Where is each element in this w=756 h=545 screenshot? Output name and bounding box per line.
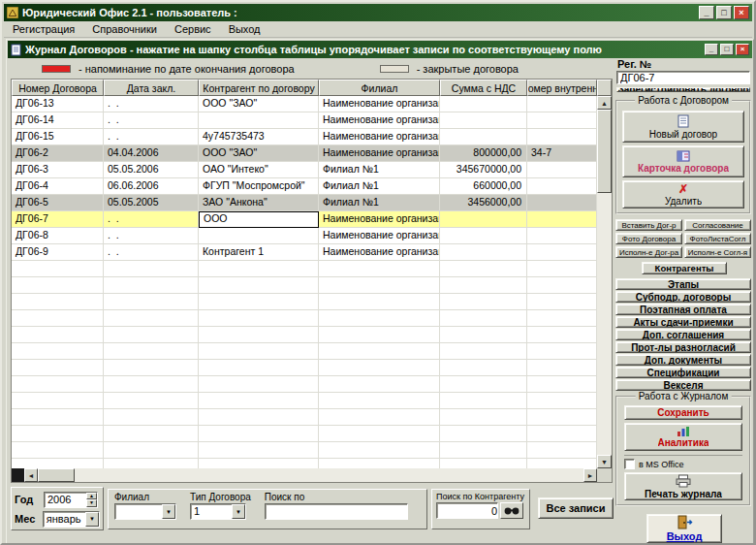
cell-sum[interactable] (440, 228, 527, 244)
month-dropdown-icon[interactable]: ▼ (85, 512, 99, 527)
cell-internal[interactable] (527, 244, 597, 261)
small-action-button[interactable]: Исполн-е Дог-ра (615, 246, 682, 258)
maximize-button[interactable]: □ (716, 6, 732, 19)
cell-num[interactable]: ДГ06-3 (12, 162, 104, 178)
contragent-search-input[interactable] (436, 502, 498, 519)
register-contract-button[interactable]: Зарегистрировать договор (616, 87, 750, 92)
cell-contragent[interactable]: ЗАО "Анкона" (199, 195, 319, 211)
table-row[interactable]: ДГ06-305.05.2006ОАО "Интеко"Филиал №1345… (12, 162, 597, 178)
column-header[interactable]: Номер внутренни (527, 80, 597, 96)
cell-internal[interactable]: 34-7 (527, 145, 597, 162)
cell-contragent[interactable]: ООО "ЗАО" (199, 96, 319, 112)
cell-contragent[interactable] (199, 112, 319, 129)
small-action-button[interactable]: Исполн-е Согл-я (684, 246, 751, 258)
save-button[interactable]: Сохранить (624, 405, 742, 420)
vertical-scroll-thumb[interactable] (597, 110, 612, 193)
small-action-button[interactable]: Согласование (684, 219, 751, 231)
cell-filial[interactable]: Наименование организации (319, 96, 440, 112)
cell-num[interactable]: ДГ06-7 (12, 211, 104, 228)
analytics-button[interactable]: Аналитика (624, 423, 742, 451)
menu-item[interactable]: Регистрация (4, 22, 83, 36)
horizontal-scroll-thumb[interactable] (38, 468, 75, 482)
column-header[interactable]: Дата закл. (104, 80, 199, 96)
year-spinner[interactable]: ▲ ▼ (44, 492, 98, 508)
cell-sum[interactable] (440, 211, 527, 228)
cell-internal[interactable] (527, 211, 597, 228)
section-button[interactable]: Спецификации (615, 367, 751, 378)
binoculars-search-icon[interactable] (500, 502, 523, 519)
contract-type-dropdown-icon[interactable]: ▼ (232, 504, 245, 519)
year-input[interactable] (45, 493, 86, 507)
cell-filial[interactable]: Филиал №1 (319, 178, 440, 195)
delete-contract-button[interactable]: ✗ Удалить (622, 180, 744, 208)
cell-date[interactable]: . . (104, 96, 199, 112)
cell-internal[interactable] (527, 96, 597, 112)
cell-internal[interactable] (527, 162, 597, 178)
cell-filial[interactable]: Филиал №1 (319, 162, 440, 178)
cell-sum[interactable] (440, 96, 527, 112)
table-row[interactable]: ДГ06-14. .Наименование организации (12, 112, 597, 129)
vertical-scroll-track[interactable] (597, 193, 612, 455)
cell-date[interactable]: . . (104, 244, 199, 261)
table-row[interactable]: ДГ06-7. .ОООНаименование организации (12, 211, 597, 228)
section-button[interactable]: Прот-лы разногласий (615, 341, 751, 353)
menu-item[interactable]: Сервис (166, 22, 220, 36)
filial-combo[interactable]: ▼ (114, 503, 176, 520)
filial-dropdown-icon[interactable]: ▼ (162, 504, 175, 519)
small-action-button[interactable]: Вставить Дог-р (615, 219, 682, 231)
cell-contragent[interactable]: Контрагент 1 (199, 244, 319, 261)
scroll-up-icon[interactable]: ▲ (597, 96, 612, 110)
scroll-right-icon[interactable]: ► (583, 468, 597, 482)
section-button[interactable]: Акты сдачи-приемки (615, 316, 751, 328)
table-row[interactable]: ДГ06-505.05.2005ЗАО "Анкона"Филиал №1345… (12, 195, 597, 211)
cell-internal[interactable] (527, 112, 597, 129)
section-button[interactable]: Поэтапная оплата (615, 304, 751, 315)
cell-num[interactable]: ДГ06-8 (12, 228, 104, 244)
journal-maximize-button[interactable]: □ (720, 44, 734, 55)
cell-num[interactable]: ДГ06-15 (12, 129, 104, 145)
print-journal-button[interactable]: Печать журнала (624, 472, 742, 500)
year-up-icon[interactable]: ▲ (86, 493, 97, 500)
cell-date[interactable]: 05.05.2006 (104, 162, 199, 178)
cell-contragent[interactable] (199, 228, 319, 244)
table-row[interactable]: ДГ06-204.04.2006ООО "ЗАО"Наименование ор… (12, 145, 597, 162)
cell-internal[interactable] (527, 129, 597, 145)
table-row[interactable]: ДГ06-13. .ООО "ЗАО"Наименование организа… (12, 96, 597, 112)
table-row[interactable]: ДГ06-8. .Наименование организации (12, 228, 597, 244)
journal-minimize-button[interactable]: _ (705, 44, 718, 55)
cell-date[interactable]: . . (104, 211, 199, 228)
menu-item[interactable]: Выход (220, 22, 269, 36)
cell-date[interactable]: 05.05.2005 (104, 195, 199, 211)
table-row[interactable]: ДГ06-9. .Контрагент 1Наименование органи… (12, 244, 597, 261)
cell-date[interactable]: 06.06.2006 (104, 178, 199, 195)
cell-num[interactable]: ДГ06-13 (12, 96, 104, 112)
menu-item[interactable]: Справочники (83, 22, 166, 36)
horizontal-scrollbar[interactable]: ◄ ► (12, 468, 597, 482)
new-contract-button[interactable]: Новый договор (622, 111, 744, 143)
section-button[interactable]: Векселя (615, 379, 751, 391)
cell-sum[interactable]: 660000,00 (440, 178, 527, 195)
cell-internal[interactable] (527, 228, 597, 244)
grid-drag-box[interactable] (12, 468, 24, 482)
cell-filial[interactable]: Наименование организации (319, 211, 440, 228)
cell-sum[interactable] (440, 244, 527, 261)
cell-num[interactable]: ДГ06-5 (12, 195, 104, 211)
cell-sum[interactable]: 345670000,00 (440, 162, 527, 178)
vertical-scrollbar[interactable]: ▲ ▼ (597, 96, 612, 468)
small-action-button[interactable]: Фото Договора (615, 233, 682, 244)
column-header[interactable]: Филиал (319, 80, 440, 96)
section-button[interactable]: Субподр. договоры (615, 291, 751, 303)
cell-sum[interactable] (440, 112, 527, 129)
all-records-button[interactable]: Все записи (538, 497, 614, 519)
column-header[interactable]: Номер Договора (12, 80, 104, 96)
cell-date[interactable]: . . (104, 228, 199, 244)
section-button[interactable]: Этапы (615, 278, 751, 290)
cell-sum[interactable]: 3456000,00 (440, 195, 527, 211)
cell-sum[interactable] (440, 129, 527, 145)
cell-date[interactable]: . . (104, 129, 199, 145)
cell-date[interactable]: . . (104, 112, 199, 129)
table-row[interactable]: ДГ06-15. .4у745735473Наименование органи… (12, 129, 597, 145)
contract-card-button[interactable]: Карточка договора (622, 145, 744, 177)
minimize-button[interactable]: _ (699, 6, 714, 19)
cell-contragent[interactable]: ООО "ЗАО" (199, 145, 319, 162)
